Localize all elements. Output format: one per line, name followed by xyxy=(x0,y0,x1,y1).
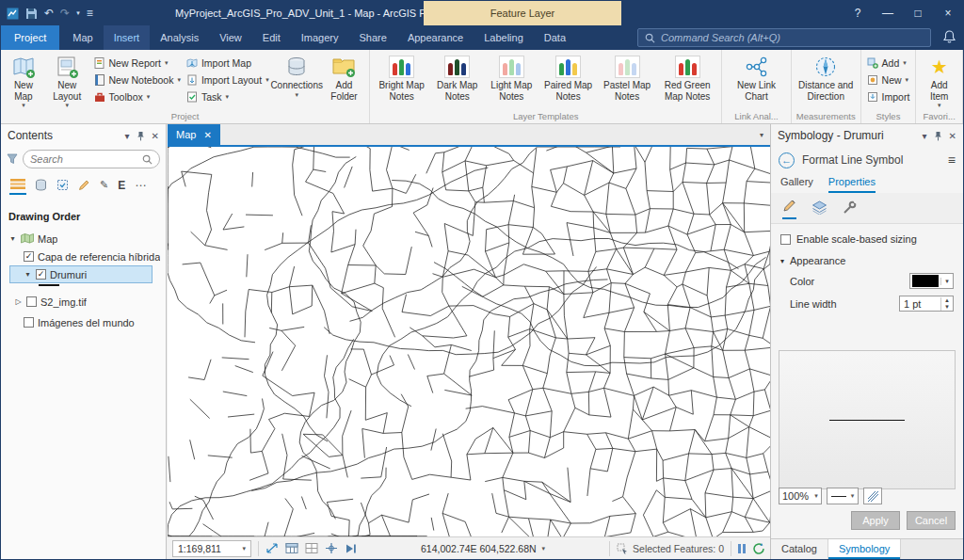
tree-node-map[interactable]: ▾ Map xyxy=(1,231,166,247)
pin-icon[interactable] xyxy=(137,131,145,141)
close-icon[interactable]: ✕ xyxy=(949,131,956,141)
snap-crosshair-icon[interactable] xyxy=(325,542,338,554)
line-symbol-swatch[interactable] xyxy=(39,284,59,286)
new-notebook-button[interactable]: New Notebook▾ xyxy=(94,73,181,87)
expand-collapse-icon[interactable]: ▾ xyxy=(24,270,32,279)
help-button[interactable]: ? xyxy=(843,1,873,25)
pause-drawing-icon[interactable] xyxy=(738,544,746,553)
distance-and-direction-button[interactable]: Distance and Direction xyxy=(795,52,858,104)
pin-icon[interactable] xyxy=(934,131,942,141)
line-width-spinner[interactable]: 1 pt ▲▼ xyxy=(899,296,954,312)
layer-row[interactable]: Capa de referencia híbrida xyxy=(1,248,166,264)
tab-share[interactable]: Share xyxy=(349,25,397,50)
qat-dropdown-caret-icon[interactable]: ▾ xyxy=(76,1,80,25)
scale-based-sizing-checkbox[interactable] xyxy=(780,234,791,245)
add-item-button[interactable]: ★ Add Item ▾ xyxy=(919,52,959,111)
list-by-snapping-icon[interactable]: ✎ xyxy=(99,177,109,195)
pane-options-caret-icon[interactable]: ▾ xyxy=(125,131,130,141)
coordinates-display[interactable]: 614,002.74E 604,522.68N ▾ xyxy=(421,543,545,554)
styles-add-button[interactable]: Add▾ xyxy=(867,56,910,70)
tab-analysis[interactable]: Analysis xyxy=(150,25,209,50)
symbol-pencil-icon[interactable] xyxy=(782,199,796,219)
minimize-button[interactable]: — xyxy=(873,1,903,25)
layer-label[interactable]: S2_img.tif xyxy=(40,296,87,308)
dark-map-notes-button[interactable]: Dark Map Notes xyxy=(430,52,484,104)
tab-labeling[interactable]: Labeling xyxy=(474,25,534,50)
contents-search-box[interactable] xyxy=(23,150,160,168)
tab-map[interactable]: Map xyxy=(62,25,103,50)
layer-row[interactable]: Imágenes del mundo xyxy=(1,314,166,330)
light-map-notes-button[interactable]: Light Map Notes xyxy=(484,52,538,104)
layers-icon[interactable] xyxy=(811,200,827,219)
close-icon[interactable]: ✕ xyxy=(203,130,211,140)
preview-line-style-select[interactable]: ▾ xyxy=(827,488,860,504)
filter-icon[interactable] xyxy=(7,153,18,165)
layer-checkbox[interactable] xyxy=(36,269,46,280)
selected-features-indicator[interactable]: Selected Features: 0 xyxy=(617,543,724,554)
tab-view[interactable]: View xyxy=(209,25,252,50)
layer-label[interactable]: Drumuri xyxy=(50,269,87,280)
new-map-button[interactable]: New Map ▾ xyxy=(4,52,43,111)
contents-search-input[interactable] xyxy=(30,153,138,165)
redo-icon[interactable]: ↷ xyxy=(60,1,70,25)
expand-collapse-icon[interactable]: ▾ xyxy=(8,234,17,243)
refresh-icon[interactable] xyxy=(752,542,765,555)
tab-insert[interactable]: Insert xyxy=(104,25,151,50)
list-by-drawing-order-icon[interactable] xyxy=(9,177,26,195)
close-icon[interactable]: ✕ xyxy=(152,131,159,141)
task-button[interactable]: Task▾ xyxy=(186,90,269,104)
tab-gallery[interactable]: Gallery xyxy=(780,176,813,193)
list-by-labeling-icon[interactable]: E xyxy=(117,177,126,195)
app-icon[interactable] xyxy=(7,8,19,20)
layer-row-selected[interactable]: ▾ Drumuri xyxy=(10,266,152,282)
back-icon[interactable]: ← xyxy=(779,152,795,168)
list-by-editing-icon[interactable] xyxy=(77,177,91,195)
layer-label[interactable]: Capa de referencia híbrida xyxy=(38,251,160,263)
list-by-selection-icon[interactable] xyxy=(56,177,70,195)
command-search-input[interactable] xyxy=(661,32,924,43)
step-forward-icon[interactable] xyxy=(345,543,357,554)
add-folder-button[interactable]: Add Folder xyxy=(322,52,366,104)
import-map-button[interactable]: Import Map xyxy=(186,56,269,70)
close-button[interactable]: × xyxy=(933,1,963,25)
new-layout-button[interactable]: New Layout ▾ xyxy=(43,52,91,111)
layer-label[interactable]: Imágenes del mundo xyxy=(38,317,135,328)
appearance-section-header[interactable]: ▾ Appearance xyxy=(771,247,963,268)
expand-collapse-icon[interactable]: ▷ xyxy=(14,297,23,306)
more-options-icon[interactable]: ⋯ xyxy=(134,177,147,195)
tab-symbology[interactable]: Symbology xyxy=(828,539,901,559)
paired-map-notes-button[interactable]: Paired Map Notes xyxy=(538,52,598,104)
menu-icon[interactable]: ≡ xyxy=(948,152,956,168)
apply-button[interactable]: Apply xyxy=(851,511,900,530)
toolbox-button[interactable]: Toolbox▾ xyxy=(94,90,181,104)
tab-catalog[interactable]: Catalog xyxy=(771,539,828,559)
tab-edit[interactable]: Edit xyxy=(252,25,291,50)
command-search[interactable] xyxy=(637,28,931,47)
connections-button[interactable]: Connections ▾ xyxy=(272,52,322,101)
attribute-table-icon[interactable] xyxy=(285,542,298,554)
color-picker[interactable]: ▾ xyxy=(909,273,954,289)
tab-appearance[interactable]: Appearance xyxy=(397,25,474,50)
save-icon[interactable] xyxy=(25,8,38,20)
structure-wrench-icon[interactable] xyxy=(843,200,857,219)
layer-checkbox[interactable] xyxy=(24,251,34,262)
undo-icon[interactable]: ↶ xyxy=(44,1,54,25)
list-by-data-source-icon[interactable] xyxy=(34,177,48,195)
tab-imagery[interactable]: Imagery xyxy=(291,25,349,50)
layer-checkbox[interactable] xyxy=(26,296,37,307)
import-layout-button[interactable]: Import Layout▾ xyxy=(186,73,269,87)
maximize-button[interactable]: □ xyxy=(903,1,933,25)
navigate-arrows-icon[interactable] xyxy=(265,542,279,554)
bright-map-notes-button[interactable]: Bright Map Notes xyxy=(373,52,430,104)
preview-zoom-select[interactable]: 100% ▾ xyxy=(779,488,822,504)
tab-data[interactable]: Data xyxy=(534,25,576,50)
layer-checkbox[interactable] xyxy=(24,317,34,328)
cancel-button[interactable]: Cancel xyxy=(907,511,956,530)
map-canvas[interactable] xyxy=(168,145,770,536)
pane-options-caret-icon[interactable]: ▾ xyxy=(923,131,927,141)
layer-row[interactable]: ▷ S2_img.tif xyxy=(1,294,166,310)
scale-based-sizing-row[interactable]: Enable scale-based sizing xyxy=(771,224,963,247)
tab-properties[interactable]: Properties xyxy=(828,176,876,193)
new-report-button[interactable]: New Report▾ xyxy=(94,56,181,70)
view-list-caret-icon[interactable]: ▾ xyxy=(753,124,770,145)
